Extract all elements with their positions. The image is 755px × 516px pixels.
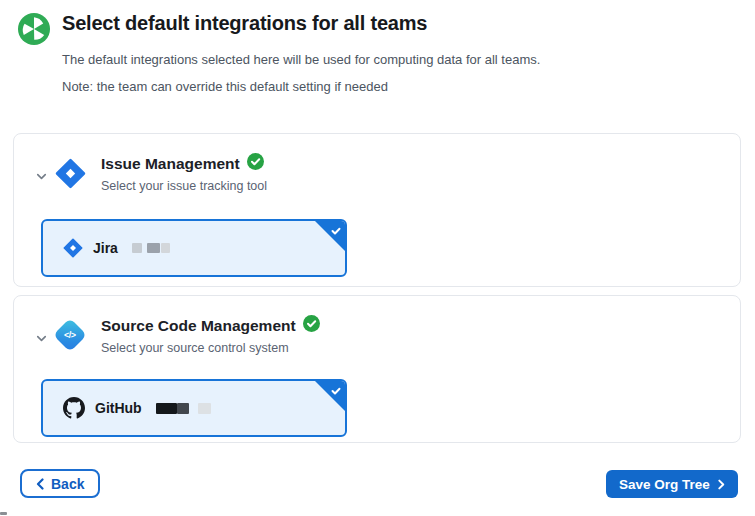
page-title: Select default integrations for all team…: [62, 12, 427, 35]
chevron-down-icon[interactable]: [34, 331, 50, 347]
section-subtitle: Select your source control system: [101, 341, 289, 355]
selected-check-icon: [315, 381, 345, 411]
section-issue-management: Issue Management Select your issue track…: [13, 133, 741, 287]
source-code-icon: </>: [53, 318, 87, 352]
section-title: Source Code Management: [101, 317, 296, 335]
option-label: GitHub: [95, 400, 142, 416]
jira-icon: [55, 158, 86, 189]
save-button-label: Save Org Tree: [619, 477, 710, 492]
section-subtitle: Select your issue tracking tool: [101, 179, 267, 193]
github-icon: [63, 397, 85, 419]
jira-icon: [63, 238, 83, 258]
chevron-right-icon: [718, 479, 725, 490]
section-title: Issue Management: [101, 155, 240, 173]
page-note: Note: the team can override this default…: [62, 79, 388, 94]
chevron-left-icon: [36, 478, 44, 490]
option-jira-selected[interactable]: Jira: [41, 219, 347, 277]
completed-check-icon: [247, 153, 264, 174]
chevron-down-icon[interactable]: [34, 169, 50, 185]
back-button-label: Back: [51, 476, 84, 492]
code-glyph: </>: [64, 330, 76, 340]
section-source-code-management: </> Source Code Management Select your s…: [13, 295, 741, 443]
back-button[interactable]: Back: [20, 469, 100, 498]
selected-check-icon: [315, 221, 345, 251]
redacted-text: [156, 403, 211, 414]
page-description: The default integrations selected here w…: [62, 52, 540, 67]
app-logo-icon: [18, 13, 50, 45]
completed-check-icon: [303, 315, 320, 336]
option-github-selected[interactable]: GitHub: [41, 379, 347, 437]
redacted-text: [132, 243, 170, 253]
window-edge-artifact: [0, 512, 7, 515]
save-org-tree-button[interactable]: Save Org Tree: [606, 470, 738, 498]
option-label: Jira: [93, 240, 118, 256]
